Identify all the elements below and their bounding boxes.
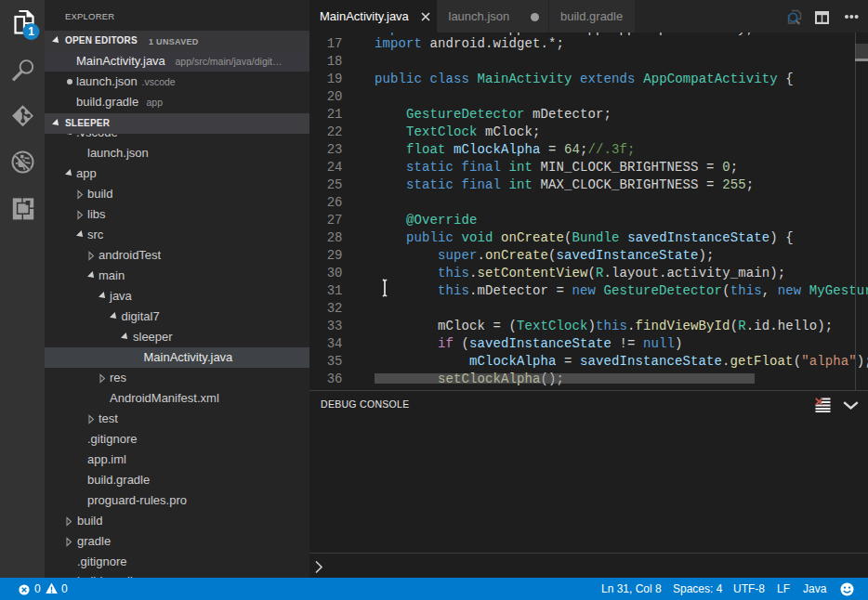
svg-text:1: 1 xyxy=(28,25,34,38)
